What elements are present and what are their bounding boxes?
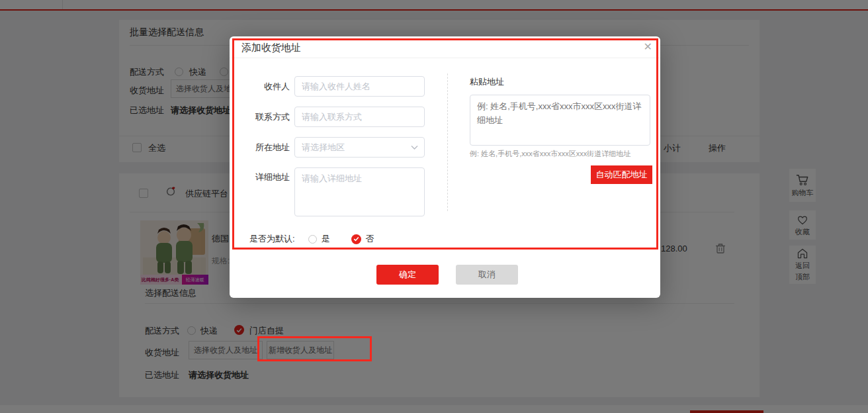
dialog-header: 添加收货地址 ✕ [230, 36, 660, 58]
detail-label: 详细地址 [241, 167, 290, 216]
region-select[interactable]: 请选择地区 [294, 137, 425, 158]
chevron-down-icon [411, 145, 418, 150]
paste-address-label: 粘贴地址 [470, 76, 504, 88]
paste-address-textarea[interactable] [470, 95, 650, 146]
recipient-input[interactable] [294, 76, 425, 97]
cancel-button[interactable]: 取消 [456, 265, 518, 285]
contact-label: 联系方式 [241, 107, 290, 127]
default-yes-radio[interactable] [308, 235, 317, 244]
auto-match-address-button[interactable]: 自动匹配地址 [591, 165, 652, 184]
paste-example-hint: 例: 姓名,手机号,xxx省xxx市xxx区xxx街道详细地址 [470, 149, 630, 159]
region-row: 所在地址 请选择地区 [241, 137, 425, 158]
detail-address-textarea[interactable] [294, 167, 425, 216]
confirm-button[interactable]: 确定 [376, 265, 439, 285]
contact-input[interactable] [294, 107, 425, 127]
default-label: 是否为默认: [249, 233, 295, 245]
contact-row: 联系方式 [241, 107, 425, 127]
dialog-title: 添加收货地址 [241, 42, 301, 54]
column-divider [447, 73, 448, 211]
recipient-row: 收件人 [241, 76, 425, 97]
cart-page: 批量选择配送信息 配送方式 快递 收货地址 选择收货人及地址 已选地址 请选择收… [0, 0, 868, 413]
detail-row: 详细地址 [241, 167, 425, 216]
default-address-row: 是否为默认: 是 否 [249, 233, 374, 245]
recipient-label: 收件人 [241, 76, 290, 97]
add-address-dialog: 添加收货地址 ✕ 收件人 联系方式 所在地址 请选择地区 详细地址 粘贴地址 例… [230, 36, 660, 298]
default-yes-label: 是 [322, 233, 330, 245]
region-label: 所在地址 [241, 137, 290, 158]
region-placeholder: 请选择地区 [302, 142, 345, 154]
check-icon [353, 236, 359, 242]
close-icon[interactable]: ✕ [644, 40, 652, 54]
default-no-label: 否 [366, 233, 374, 245]
default-no-radio-checked[interactable] [351, 234, 361, 244]
